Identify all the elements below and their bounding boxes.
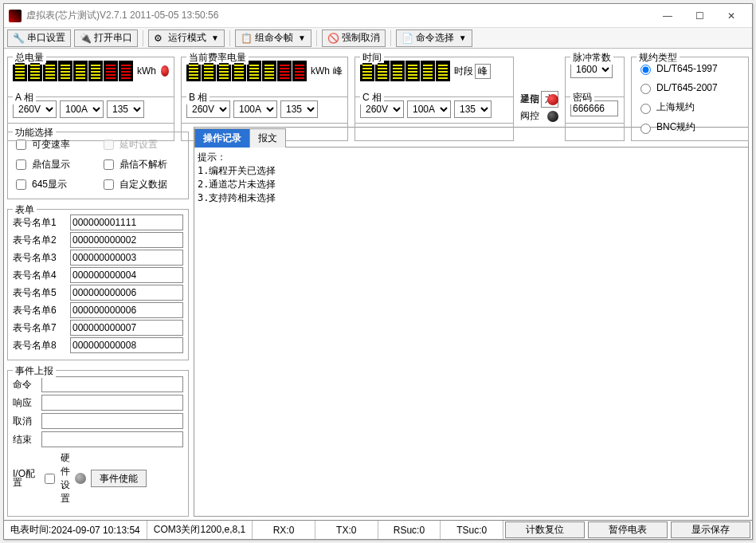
comm-label: 通信: [520, 92, 539, 106]
protocol-option-2[interactable]: 上海规约: [637, 100, 743, 114]
close-button[interactable]: ✕: [715, 5, 747, 27]
meter-input-3[interactable]: [70, 250, 183, 266]
meter-row-3: 表号名单3: [13, 250, 183, 266]
status-rsuc: RSuc:0: [378, 521, 441, 539]
window-title: 虚拟表(芯片测试)V2.7.1 2011-05-05 13:50:56: [26, 9, 652, 22]
status-rx: RX:0: [253, 521, 315, 539]
main-area: 总电量 kWh 当前费率电量 kWh 峰: [4, 49, 752, 520]
chevron-down-icon: ▼: [298, 33, 306, 42]
protocol-option-3[interactable]: BNC规约: [637, 120, 743, 134]
tab-message[interactable]: 报文: [249, 128, 286, 148]
period-value: 峰: [475, 64, 491, 79]
meter-input-7[interactable]: [70, 320, 183, 336]
meter-row-6: 表号名单6: [13, 302, 183, 318]
resp-label: 响应: [13, 396, 37, 410]
log-textarea[interactable]: 提示： 1.编程开关已选择 2.通道芯片未选择 3.支持跨相未选择: [194, 147, 748, 516]
app-window: 虚拟表(芯片测试)V2.7.1 2011-05-05 13:50:56 — ☐ …: [3, 3, 753, 540]
chevron-down-icon: ▼: [211, 33, 219, 42]
pulse-label: 脉冲常数: [570, 51, 613, 65]
frame-icon: 📋: [241, 33, 252, 44]
total-energy-lcd: [13, 61, 134, 81]
comm-led-icon: [547, 94, 558, 105]
meter-input-2[interactable]: [70, 232, 183, 248]
status-meter-time: 电表时间:2024-09-07 10:13:54: [4, 521, 147, 539]
phase-c-group: C 相 260V 100A 135: [354, 96, 514, 124]
run-mode-button[interactable]: ⚙运行模式▼: [148, 30, 225, 47]
cancel-label: 取消: [13, 415, 37, 428]
event-enable-button[interactable]: 事件使能: [91, 470, 147, 487]
meter-list-label: 表单: [13, 203, 37, 217]
status-tsuc: TSuc:0: [441, 521, 503, 539]
minimize-button[interactable]: —: [652, 5, 684, 27]
meter-row-7: 表号名单7: [13, 320, 183, 336]
phase-a-group: A 相 260V 100A 135: [7, 96, 174, 124]
phase-c-label: C 相: [360, 91, 384, 104]
func-645-display[interactable]: 645显示: [13, 177, 96, 192]
meter-row-2: 表号名单2: [13, 232, 183, 248]
tab-log[interactable]: 操作记录: [194, 128, 250, 148]
phase-c-angle[interactable]: 135: [454, 100, 492, 118]
password-label: 密码: [570, 91, 594, 104]
protocol-group: 规约类型 DL/T645-1997 DL/T645-2007 上海规约 BNC规…: [631, 57, 749, 141]
meter-input-4[interactable]: [70, 267, 183, 283]
meter-row-4: 表号名单4: [13, 267, 183, 283]
phase-a-current[interactable]: 100A: [60, 100, 104, 118]
wrench-icon: 🔧: [13, 33, 24, 44]
meter-row-8: 表号名单8: [13, 337, 183, 353]
end-input[interactable]: [41, 431, 183, 447]
phase-b-angle[interactable]: 135: [280, 100, 318, 118]
maximize-button[interactable]: ☐: [684, 5, 715, 27]
plug-icon: 🔌: [80, 33, 91, 44]
kwh-label: kWh: [137, 65, 156, 77]
event-report-label: 事件上报: [13, 364, 56, 378]
phase-b-label: B 相: [186, 91, 210, 104]
meter-input-8[interactable]: [70, 337, 183, 353]
cancel-input[interactable]: [41, 413, 183, 429]
open-port-button[interactable]: 🔌打开串口: [74, 30, 138, 47]
meter-input-1[interactable]: [70, 214, 183, 230]
event-report-group: 事件上报 命令 响应 取消 结束 I/O配置 硬件设置 事件使能: [7, 370, 189, 517]
phase-c-current[interactable]: 100A: [407, 100, 451, 118]
func-dingxin-noparse[interactable]: 鼎信不解析: [100, 157, 183, 172]
end-label: 结束: [13, 433, 37, 447]
func-delay: 延时设置: [100, 137, 183, 152]
save-display-button[interactable]: 显示保存: [671, 521, 750, 538]
pause-meter-button[interactable]: 暂停电表: [588, 521, 668, 538]
phase-a-label: A 相: [13, 91, 36, 104]
group-cmd-button[interactable]: 📋组命令帧▼: [235, 30, 311, 47]
cmd-input[interactable]: [41, 376, 183, 392]
period-label: 时段: [454, 65, 473, 78]
resp-input[interactable]: [41, 395, 183, 411]
gear-icon: ⚙: [154, 33, 165, 44]
status-tx: TX:0: [315, 521, 378, 539]
toolbar: 🔧串口设置 🔌打开串口 ⚙运行模式▼ 📋组命令帧▼ 🚫强制取消 📄命令选择▼: [4, 28, 752, 49]
func-dingxin-display[interactable]: 鼎信显示: [13, 157, 96, 172]
phase-b-group: B 相 260V 100A 135: [181, 96, 348, 124]
app-icon: [9, 10, 22, 22]
meter-input-5[interactable]: [70, 285, 183, 301]
meter-input-6[interactable]: [70, 302, 183, 318]
list-icon: 📄: [402, 33, 413, 44]
protocol-option-1[interactable]: DL/T645-2007: [637, 81, 743, 94]
comm-status: 通信 阀控: [520, 92, 558, 124]
titlebar: 虚拟表(芯片测试)V2.7.1 2011-05-05 13:50:56 — ☐ …: [4, 4, 752, 28]
rate-type-label: 峰: [333, 65, 343, 78]
energy-led-icon: [161, 65, 169, 77]
reset-count-button[interactable]: 计数复位: [505, 521, 585, 538]
kwh-label: kWh: [311, 65, 330, 77]
cancel-icon: 🚫: [327, 33, 339, 44]
func-select-group: 功能选择 可变速率 延时设置 鼎信显示 鼎信不解析 645显示 自定义数据: [7, 132, 189, 199]
port-settings-button[interactable]: 🔧串口设置: [7, 30, 71, 47]
cmd-label: 命令: [13, 378, 37, 392]
meter-row-1: 表号名单1: [13, 214, 183, 230]
phase-b-current[interactable]: 100A: [233, 100, 277, 118]
phase-a-angle[interactable]: 135: [107, 100, 144, 118]
cmd-select-button[interactable]: 📄命令选择▼: [396, 30, 472, 47]
force-cancel-button[interactable]: 🚫强制取消: [322, 30, 386, 47]
func-custom-data[interactable]: 自定义数据: [100, 177, 183, 192]
chevron-down-icon: ▼: [459, 33, 467, 42]
valve-led-icon: [547, 111, 558, 122]
valve-label: 阀控: [520, 109, 539, 123]
status-com: COM3关闭1200,e,8,1: [147, 521, 253, 539]
hw-setting-check[interactable]: 硬件设置: [41, 451, 65, 506]
